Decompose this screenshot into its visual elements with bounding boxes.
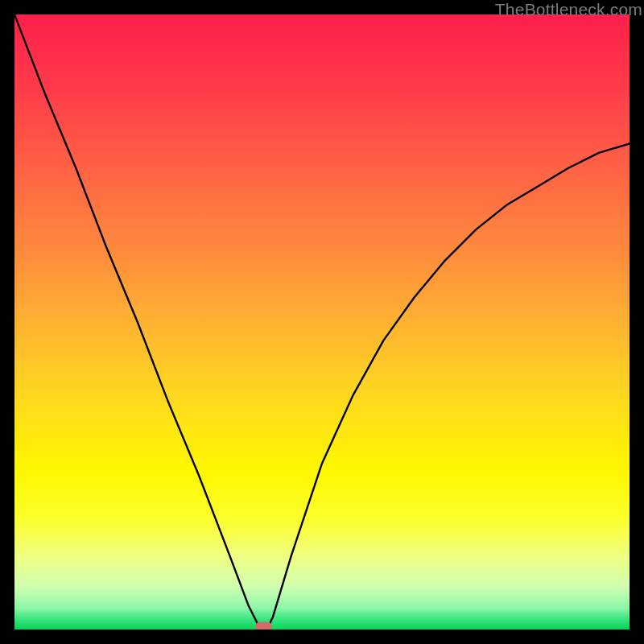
chart-plot — [14, 14, 630, 630]
chart-frame — [14, 14, 630, 630]
watermark-text: TheBottleneck.com — [495, 0, 642, 19]
gradient-background — [14, 14, 630, 630]
min-marker — [255, 622, 271, 630]
